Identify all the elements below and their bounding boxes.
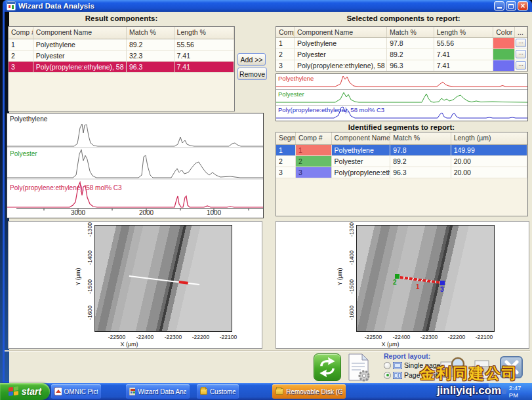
x-tick: -22500 <box>360 334 386 340</box>
col-header[interactable]: Component Name <box>33 27 127 39</box>
start-button[interactable]: start <box>0 383 50 400</box>
color-swatch[interactable] <box>493 38 514 49</box>
color-picker-button[interactable]: ... <box>516 39 526 47</box>
tray-icon-blue[interactable] <box>502 389 506 394</box>
col-header[interactable]: Match % <box>387 27 434 37</box>
fiber-stripes <box>94 225 232 332</box>
y-tick: -1600 <box>87 302 93 324</box>
microscope-image: 2 1 3 <box>356 225 495 332</box>
trace-label: Poly(propylene:ethylene), 58 mol% C3 <box>10 184 122 191</box>
cell: 7.41 <box>434 49 494 60</box>
remove-button[interactable]: Remove <box>237 68 267 80</box>
selected-components-title: Selected components to report: <box>315 14 492 22</box>
col-header[interactable]: Comp # <box>276 27 295 37</box>
y-tick: -1600 <box>348 302 355 324</box>
table-row[interactable]: 2 2 Polyester 89.2 20.00 <box>276 156 527 167</box>
col-header[interactable]: Length % <box>174 27 234 39</box>
report-layout-label: Report layout: <box>384 352 430 360</box>
col-header[interactable]: Component Name <box>332 132 391 144</box>
cell: 96.3 <box>387 60 434 71</box>
option-single-page[interactable]: Single page <box>384 361 440 369</box>
table-row[interactable]: 2 Polyester 32.3 7.41 <box>9 50 234 62</box>
cell: 1 <box>276 145 296 155</box>
task-omnic-picta[interactable]: OMNIC Picta <box>51 384 101 399</box>
cell: 1 <box>276 38 295 49</box>
radio-page-per-item[interactable] <box>384 372 391 379</box>
col-header[interactable]: ... <box>515 27 527 37</box>
report-settings-button[interactable] <box>346 353 371 383</box>
folder-icon <box>276 388 283 395</box>
identified-segments-title: Identified segments to report: <box>313 123 490 131</box>
col-header[interactable]: Segm # <box>276 132 296 144</box>
tray-icon-green[interactable] <box>489 389 494 394</box>
minimize-button[interactable] <box>494 1 504 10</box>
identified-segments-table: Segm # Comp # Component Name Match % Len… <box>276 132 528 216</box>
col-header[interactable]: Length % <box>434 27 494 37</box>
task-customers[interactable]: Customers <box>197 384 239 399</box>
table-row[interactable]: 1 Polyethylene 89.2 55.56 <box>9 39 234 50</box>
table-row-selected[interactable]: 1 1 Polyethylene 97.8 149.99 <box>276 145 527 156</box>
table-row[interactable]: 3 Poly(propylene:ethylene), 58 mol% C3 9… <box>276 60 527 71</box>
col-header[interactable]: Comp # <box>296 132 332 144</box>
cell: 7.41 <box>174 50 234 61</box>
comp-color-cell: 1 <box>296 145 332 155</box>
cell: 96.3 <box>390 167 451 178</box>
exit-button[interactable] <box>500 356 523 378</box>
task-removable-disk[interactable]: Removable Disk (G:) <box>272 384 346 399</box>
restore-icon <box>508 4 514 9</box>
fiber-stripes <box>356 225 495 332</box>
col-header[interactable]: Length (µm) <box>451 132 527 144</box>
title-bar[interactable]: Wizard Data Analysis × <box>5 0 530 12</box>
task-label: Wizard Data Analysis <box>138 388 186 395</box>
color-swatch[interactable] <box>493 49 514 60</box>
windows-flag-icon <box>9 386 19 397</box>
refresh-button[interactable] <box>314 353 341 381</box>
table-row[interactable]: 3 3 Poly(propylene:ethylene... 96.3 20.0… <box>276 167 527 178</box>
table-row[interactable]: 2 Polyester 89.2 7.41 ... <box>276 49 527 60</box>
preview-band-polyester: Polyester <box>276 90 527 106</box>
result-components-table: Comp # Component Name Match % Length % 1… <box>8 26 235 111</box>
cell: 3 <box>9 62 33 72</box>
col-header[interactable]: Match % <box>390 132 451 144</box>
cell: Poly(propylene:ethylene... <box>332 167 391 178</box>
table-row[interactable]: 1 Polyethylene 97.8 55.56 ... <box>276 38 527 49</box>
print-button[interactable] <box>468 358 496 380</box>
cell: Polyethylene <box>33 39 127 50</box>
close-icon: × <box>520 3 525 9</box>
restore-button[interactable] <box>506 1 516 10</box>
col-header[interactable]: Comp # <box>9 27 33 39</box>
page-per-item-icon <box>393 372 402 379</box>
cell: 97.8 <box>387 38 434 49</box>
print-preview-button[interactable] <box>436 355 468 380</box>
col-header[interactable]: Color <box>493 27 515 37</box>
tray-icon-red[interactable] <box>495 389 500 394</box>
radio-single-page[interactable] <box>384 362 391 369</box>
x-tick: -22500 <box>104 334 130 340</box>
x-tick: -22100 <box>215 334 241 340</box>
task-label: Customers <box>210 388 235 395</box>
add-button[interactable]: Add >> <box>237 53 266 66</box>
report-document-gear-icon <box>346 353 371 383</box>
color-swatch[interactable] <box>493 60 514 71</box>
cell: Polyethylene <box>332 145 391 155</box>
cell: 32.3 <box>127 50 174 61</box>
cell: 3 <box>276 60 295 71</box>
trace-polyester <box>276 89 527 105</box>
cell: 20.00 <box>451 156 527 167</box>
col-header[interactable]: Match % <box>127 27 174 39</box>
task-label: Removable Disk (G:) <box>286 388 342 395</box>
color-picker-button[interactable]: ... <box>516 61 526 70</box>
y-tick: -1400 <box>348 247 355 269</box>
x-tick: -22200 <box>443 334 470 340</box>
task-wizard-data-analysis[interactable]: Wizard Data Analysis <box>126 384 190 399</box>
trace-label: Polyester <box>10 150 37 157</box>
cell: 89.2 <box>127 39 174 50</box>
table-row-selected[interactable]: 3 Poly(propylene:ethylene), 58 mol% C3 9… <box>9 62 234 73</box>
cell: 2 <box>9 50 33 61</box>
col-header[interactable]: Component Name <box>295 27 387 37</box>
color-picker-button[interactable]: ... <box>516 50 526 58</box>
segment-marker-3 <box>440 281 445 285</box>
y-axis-label: Y (µm) <box>337 264 343 290</box>
cell: 7.41 <box>174 62 234 72</box>
close-button[interactable]: × <box>518 1 528 10</box>
